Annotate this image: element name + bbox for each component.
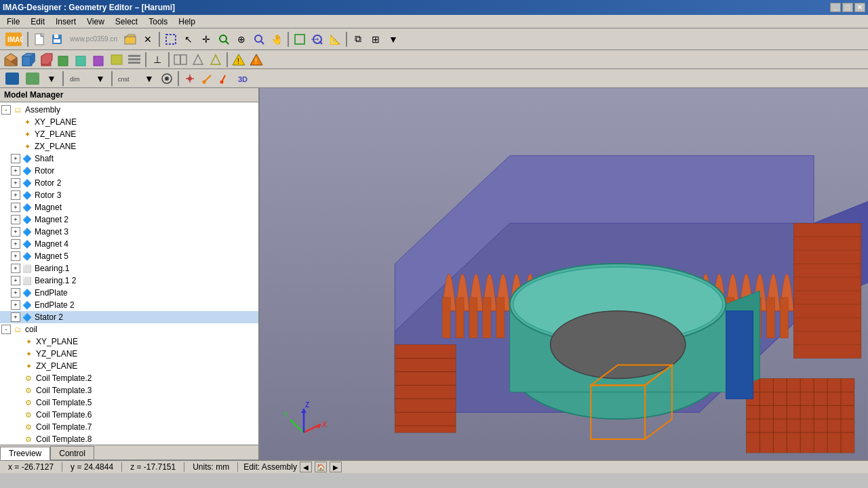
tree-item-rotor3[interactable]: + 🔷 Rotor 3	[0, 189, 258, 201]
tree-item-bearing1[interactable]: + ⬜ Bearing.1	[0, 262, 258, 274]
expand-bearing1[interactable]: +	[11, 264, 20, 273]
view-left[interactable]	[73, 52, 90, 68]
tree-item-coil2[interactable]: ⚙ Coil Template.2	[0, 372, 258, 384]
tree-item-zx1[interactable]: ✦ ZX_PLANE	[0, 140, 258, 152]
tree-item-endplate2[interactable]: + 🔷 EndPlate 2	[0, 299, 258, 311]
tree-item-assembly[interactable]: - 🗂 Assembly	[0, 104, 258, 116]
sketch-face[interactable]	[3, 71, 22, 86]
expand-magnet4[interactable]: +	[11, 239, 20, 249]
view-sketch2[interactable]	[208, 52, 224, 68]
dropdown2[interactable]: ▼	[92, 70, 108, 87]
expand-magnet2[interactable]: +	[11, 215, 20, 224]
dropdown-button[interactable]: ▼	[385, 31, 401, 47]
sketch-constraint[interactable]: cnst	[115, 70, 140, 87]
view-normal[interactable]: ⊥	[149, 52, 165, 68]
tree-item-magnet5[interactable]: + 🔷 Magnet 5	[0, 250, 258, 262]
expand-bearing12[interactable]: +	[11, 276, 20, 285]
tree-item-coil7[interactable]: ⚙ Coil Template.7	[0, 421, 258, 433]
expand-rotor3[interactable]: +	[11, 190, 20, 200]
expand-magnet3[interactable]: +	[11, 227, 20, 237]
expand-magnet[interactable]: +	[11, 203, 20, 212]
tree-item-coil5[interactable]: ⚙ Coil Template.5	[0, 396, 258, 409]
tree-item-coil8[interactable]: ⚙ Coil Template.8	[0, 433, 258, 445]
view-sketch[interactable]	[190, 52, 206, 68]
menu-help[interactable]: Help	[173, 16, 201, 28]
expand-endplate[interactable]: +	[11, 288, 20, 298]
tree-item-yz1[interactable]: ✦ YZ_PLANE	[0, 128, 258, 140]
tree-item-coil3[interactable]: ⚙ Coil Template.3	[0, 384, 258, 396]
zoom-button[interactable]	[251, 31, 267, 47]
tree-item-xy1[interactable]: ✦ XY_PLANE	[0, 116, 258, 128]
tree-item-rotor2[interactable]: + 🔷 Rotor 2	[0, 177, 258, 189]
view-right[interactable]	[56, 52, 72, 68]
grid-button[interactable]: ⊞	[368, 31, 384, 47]
menu-tools[interactable]: Tools	[143, 16, 173, 28]
tree-item-coil6[interactable]: ⚙ Coil Template.6	[0, 409, 258, 421]
delete-button[interactable]: ✕	[140, 31, 156, 47]
tree-item-endplate[interactable]: + 🔷 EndPlate	[0, 287, 258, 299]
expand-shaft[interactable]: +	[11, 154, 20, 163]
view-home[interactable]	[3, 52, 19, 68]
sketch-3d[interactable]: 3D	[235, 70, 251, 87]
tree-item-coil-zx[interactable]: ✦ ZX_PLANE	[0, 360, 258, 372]
tree-item-bearing12[interactable]: + ⬜ Bearing.1 2	[0, 274, 258, 287]
tree-item-rotor[interactable]: + 🔷 Rotor	[0, 165, 258, 177]
save-button[interactable]	[49, 31, 65, 47]
open-button[interactable]	[122, 31, 138, 47]
point-tool[interactable]	[182, 70, 198, 87]
tree-item-magnet2[interactable]: + 🔷 Magnet 2	[0, 214, 258, 226]
maximize-button[interactable]: □	[842, 3, 853, 12]
sketch-button[interactable]	[292, 31, 308, 47]
rotate-button[interactable]: ⊕	[233, 31, 250, 47]
tree-item-magnet4[interactable]: + 🔷 Magnet 4	[0, 238, 258, 250]
expand-stator2[interactable]: +	[11, 312, 20, 322]
tree-item-coil[interactable]: - 🗂 coil	[0, 323, 258, 336]
warn1[interactable]: !	[231, 52, 247, 68]
expand-rotor2[interactable]: +	[11, 178, 20, 188]
menu-select[interactable]: Select	[110, 16, 143, 28]
menu-view[interactable]: View	[81, 16, 110, 28]
select-all-button[interactable]	[163, 31, 179, 47]
3d-viewport[interactable]: X Y Z	[260, 88, 868, 460]
tree-item-magnet[interactable]: + 🔷 Magnet	[0, 201, 258, 214]
tab-control[interactable]: Control	[50, 446, 94, 460]
close-button[interactable]: ✕	[854, 3, 865, 12]
expand-endplate2[interactable]: +	[11, 300, 20, 310]
expand-magnet5[interactable]: +	[11, 251, 20, 261]
nav-back[interactable]: ◀	[300, 462, 312, 472]
sketch-tool1[interactable]	[159, 70, 175, 87]
tab-treeview[interactable]: Treeview	[0, 447, 50, 460]
measure-button[interactable]: 📐	[327, 31, 343, 47]
menu-edit[interactable]: Edit	[25, 16, 50, 28]
copy-button[interactable]: ⧉	[350, 31, 366, 47]
tree-item-shaft[interactable]: + 🔷 Shaft	[0, 152, 258, 165]
expand-rotor[interactable]: +	[11, 166, 20, 176]
menu-insert[interactable]: Insert	[50, 16, 81, 28]
view-top[interactable]	[91, 52, 107, 68]
tree-item-coil-xy[interactable]: ✦ XY_PLANE	[0, 336, 258, 348]
expand-assembly[interactable]: -	[1, 105, 11, 115]
zoom-circle-button[interactable]	[309, 31, 326, 47]
tree-item-stator2[interactable]: + 🔷 Stator 2	[0, 311, 258, 323]
view-section[interactable]	[172, 52, 189, 68]
view-bottom[interactable]	[108, 52, 125, 68]
new-button[interactable]	[31, 31, 47, 47]
view-front[interactable]	[20, 52, 37, 68]
view-list[interactable]	[126, 52, 142, 68]
dropdown1[interactable]: ▼	[43, 70, 60, 87]
tree-item-magnet3[interactable]: + 🔷 Magnet 3	[0, 226, 258, 238]
select-button[interactable]: ↖	[180, 31, 197, 47]
arc-tool[interactable]	[217, 70, 233, 87]
view-back[interactable]	[38, 52, 54, 68]
menu-file[interactable]: File	[1, 16, 25, 28]
nav-forward[interactable]: ▶	[330, 462, 342, 472]
zoom-fit-button[interactable]	[216, 31, 232, 47]
warn2[interactable]: !	[248, 52, 264, 68]
sketch-dim[interactable]: dim	[66, 71, 91, 86]
tree-item-coil-yz[interactable]: ✦ YZ_PLANE	[0, 348, 258, 360]
expand-coil[interactable]: -	[1, 325, 11, 334]
pan-button[interactable]: 🤚	[269, 31, 285, 47]
line-tool[interactable]	[199, 70, 216, 87]
nav-home[interactable]: 🏠	[315, 462, 327, 472]
dropdown3[interactable]: ▼	[141, 70, 157, 87]
